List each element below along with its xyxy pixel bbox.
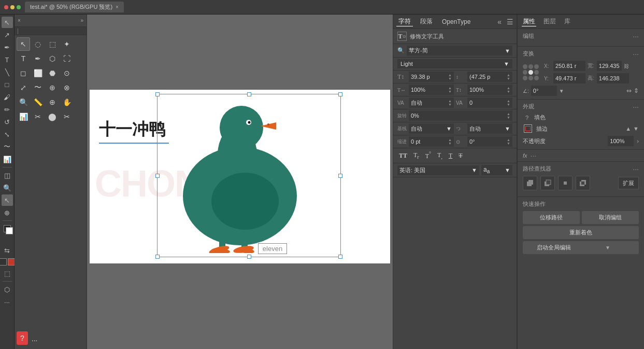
st-blend[interactable]: ⊗ [60, 81, 74, 94]
typo-btn-T-sub[interactable]: T, [436, 151, 444, 160]
pf-unite[interactable] [523, 176, 537, 190]
st-draw[interactable]: ◌ [31, 37, 45, 51]
select-tool[interactable]: ↖ [2, 17, 13, 28]
st-knife[interactable]: ✂ [31, 110, 45, 123]
pf-intersect[interactable] [558, 176, 573, 190]
flip-v-icon[interactable]: ⇕ [634, 87, 639, 94]
st-warp[interactable]: 〜 [31, 81, 45, 94]
kerning-input[interactable]: 0 ▲ ▼ [467, 97, 512, 108]
stroke-swatch[interactable] [8, 258, 15, 266]
appearance-more[interactable]: ··· [633, 103, 639, 111]
width-input[interactable]: 129.435 [597, 61, 622, 71]
global-edit-btn[interactable]: 启动全局编辑 ▼ [523, 241, 639, 254]
leading-input[interactable]: (47.25 p ▲ ▼ [467, 72, 512, 82]
tab-character[interactable]: 字符 [396, 17, 413, 26]
typo-btn-T-under[interactable]: T [447, 151, 454, 160]
anchor-ml[interactable] [523, 70, 527, 75]
size-down[interactable]: ▼ [448, 77, 452, 80]
y-input[interactable]: 49.473 r [553, 73, 585, 83]
tracking-arrows[interactable]: ▲ ▼ [448, 99, 452, 106]
opacity-input[interactable]: 100% [608, 136, 634, 146]
typo-btn-TT[interactable]: TT [397, 151, 409, 160]
anchor-bl[interactable] [523, 76, 527, 80]
canvas-area[interactable]: 十一冲鸭 CHONGYA [87, 15, 393, 349]
screen-mode[interactable]: ⬚ [2, 268, 13, 279]
stroke-up[interactable]: ▲ [625, 125, 631, 132]
size-input[interactable]: 39.38 p ▲ ▼ [409, 72, 454, 82]
angle-dropdown[interactable]: ▼ [559, 88, 564, 94]
handle-mr[interactable] [338, 174, 342, 178]
tab-opentype[interactable]: OpenType [440, 18, 473, 25]
st-special[interactable]: ? [17, 331, 28, 345]
size-up[interactable]: ▲ [448, 73, 452, 77]
tab-properties[interactable]: 属性 [522, 17, 536, 26]
document-tab[interactable]: test.ai* @ 50% (RGB/GPU 预览) × [25, 2, 124, 12]
second-toolbar-expand[interactable]: » [80, 18, 83, 23]
st-hand[interactable]: ✋ [60, 95, 74, 109]
opacity-expand[interactable]: › [637, 138, 639, 144]
typo-btn-T-super[interactable]: T° [424, 150, 433, 161]
anchor-tl[interactable] [523, 64, 527, 69]
st-zoom[interactable]: ⊕ [46, 95, 59, 109]
paintbrush-tool[interactable]: 🖌 [2, 91, 13, 103]
language-select[interactable]: 英语: 美国 ▼ [397, 165, 479, 175]
anchor-br[interactable] [534, 76, 539, 80]
st-pen[interactable]: ✒ [31, 52, 45, 65]
leading-up[interactable]: ▲ [507, 73, 510, 77]
eyedropper-tool[interactable]: 🔍 [2, 182, 13, 193]
zoom-tool[interactable]: ⊕ [2, 207, 13, 218]
kerning-arrows[interactable]: ▲ ▼ [507, 99, 510, 106]
st-puppet[interactable]: ⊕ [46, 81, 59, 94]
more-tools[interactable]: ··· [2, 296, 13, 308]
offset-path-btn[interactable]: 位移路径 [523, 211, 580, 224]
rotate-tool[interactable]: ↺ [2, 116, 13, 128]
x-input[interactable]: 250.81 r [553, 61, 585, 71]
rotation-input[interactable]: 0% ▲ ▼ [409, 110, 512, 121]
stroke-checkbox[interactable] [524, 124, 532, 133]
st-eyedrop[interactable]: 🔍 [17, 95, 30, 109]
anchor-mr[interactable] [534, 70, 539, 75]
constrain-icon[interactable]: ⛓ [624, 63, 629, 69]
handle-tl[interactable] [155, 92, 160, 96]
anchor-bm[interactable] [528, 76, 533, 80]
text-tool[interactable]: T [2, 54, 13, 65]
pf-minus[interactable] [540, 176, 555, 190]
anchor-tm[interactable] [528, 64, 533, 69]
aa-select[interactable]: aa ▼ [481, 165, 512, 175]
font-style-select[interactable]: Light ▼ [397, 59, 512, 68]
close-dot[interactable] [4, 5, 8, 9]
char-panel-collapse[interactable]: « [497, 18, 502, 26]
st-star[interactable]: ✦ [60, 37, 74, 51]
line-tool[interactable]: ╲ [2, 66, 13, 78]
st-grid[interactable]: ⬣ [46, 66, 59, 80]
st-fill[interactable]: ⬜ [31, 66, 45, 80]
height-input[interactable]: 146.238 [597, 73, 629, 83]
recolor-btn[interactable]: 重新着色 [523, 226, 639, 239]
angle-input[interactable]: 0° ▲ ▼ [467, 136, 512, 147]
font-dropdown-arrow[interactable]: ▼ [505, 48, 510, 54]
transform-more[interactable]: ··· [633, 50, 639, 58]
scale-h-input[interactable]: 100% ▲ ▼ [409, 85, 454, 95]
st-transform[interactable]: ⤢ [17, 81, 30, 94]
minimize-dot[interactable] [10, 5, 15, 9]
char-panel-menu[interactable]: ☰ [507, 18, 513, 26]
anchor-center[interactable] [528, 70, 533, 75]
st-eraser[interactable]: ⬤ [46, 110, 59, 123]
color-swap[interactable]: ⇆ [2, 245, 13, 256]
pathfinder-more[interactable]: ··· [633, 165, 639, 173]
st-text[interactable]: T [17, 52, 30, 65]
st-scissors[interactable]: ✂ [60, 110, 74, 123]
flip-h-icon[interactable]: ⇔ [626, 87, 632, 94]
gradient-tool[interactable]: ◫ [2, 170, 13, 181]
tab-paragraph[interactable]: 段落 [418, 17, 435, 26]
st-graph[interactable]: 📊 [17, 110, 30, 123]
anchor-tr[interactable] [534, 64, 539, 69]
st-rect[interactable]: ⬚ [46, 37, 59, 51]
fill-tool[interactable] [2, 223, 13, 234]
st-frame[interactable]: ⛶ [60, 52, 74, 65]
st-shape[interactable]: ⬡ [46, 52, 59, 65]
direct-select-tool[interactable]: ↗ [2, 29, 13, 40]
st-circle[interactable]: ⊙ [60, 66, 74, 80]
fx-more[interactable]: ··· [531, 151, 537, 160]
st-measure[interactable]: 📏 [31, 95, 45, 109]
